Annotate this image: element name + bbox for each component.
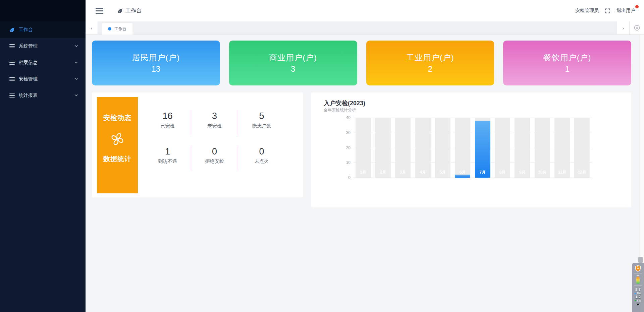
sidebar-item-label: 档案信息	[19, 60, 38, 66]
sidebar: 工作台 系统管理 档案信息 安检管理 统计报表	[0, 0, 86, 312]
chart-month-slot: 11月	[552, 118, 572, 178]
stat-value: 16	[144, 111, 191, 121]
chart-background-bar	[415, 118, 431, 178]
stat-label: 隐患户数	[238, 123, 285, 129]
chart-x-axis-label: 10月	[532, 170, 552, 175]
chart-background-bar	[574, 118, 590, 178]
chart-x-axis-label: 12月	[572, 170, 592, 175]
thermometer-cap	[637, 275, 639, 276]
stat-not-inspected: 3 未安检	[191, 110, 238, 135]
stat-value: 5	[238, 111, 285, 121]
chart-background-bar	[395, 118, 411, 178]
sidebar-logo-area	[0, 0, 86, 21]
page-title: 工作台	[125, 7, 142, 14]
menu-lines-icon	[9, 60, 15, 65]
active-tab-dot-icon	[108, 27, 111, 30]
stats-row: 1 到访不遇 0 拒绝安检 0 未点火	[144, 145, 285, 171]
fullscreen-icon[interactable]	[605, 8, 610, 14]
close-tabs-button[interactable]	[629, 21, 644, 34]
tab-label: 工作台	[114, 26, 126, 32]
chart-background-bar	[435, 118, 450, 178]
stat-label: 拒绝安检	[191, 159, 238, 165]
chart-background-bar	[375, 118, 391, 178]
sidebar-item-label: 统计报表	[19, 92, 38, 99]
summary-stats-grid: 16 已安检 3 未安检 5 隐患户数	[144, 110, 285, 181]
tabs-scroll-left-button[interactable]: ‹	[86, 21, 98, 34]
widget-divider	[634, 286, 642, 286]
chevron-down-icon	[74, 61, 78, 64]
chart-x-axis-label: 2月	[373, 170, 393, 175]
card-value: 2	[428, 64, 432, 74]
sidebar-item-inspection[interactable]: 安检管理	[0, 71, 86, 87]
chart-month-slot: 12月	[572, 118, 592, 178]
chart-value-bar	[475, 121, 490, 178]
tab-bar: ‹ 工作台 ›	[86, 21, 644, 35]
chart-month-slot: 2月	[373, 118, 393, 178]
shield-badge-icon[interactable]: 1	[635, 265, 641, 272]
card-title: 工业用户(户)	[406, 52, 454, 63]
chart-month-slot: 9月	[513, 118, 532, 178]
stat-label: 到访不遇	[144, 159, 191, 165]
chart-x-axis-label: 1月	[353, 170, 373, 175]
download-arrow-icon	[634, 300, 636, 302]
stat-inspected: 16 已安检	[144, 110, 191, 135]
sidebar-item-archives[interactable]: 档案信息	[0, 54, 86, 71]
card-value: 1	[565, 64, 569, 74]
card-title: 餐饮用户(户)	[543, 52, 591, 63]
sidebar-item-system[interactable]: 系统管理	[0, 38, 86, 54]
notification-dot	[635, 5, 639, 8]
main-content: 居民用户(户) 13 商业用户(户) 3 工业用户(户) 2 餐饮用户(户) 1…	[86, 35, 644, 312]
stat-not-ignited: 0 未点火	[238, 145, 285, 171]
widget-badge-count: 1	[635, 266, 641, 269]
chart-background-bar	[356, 118, 371, 178]
thermometer-gauge-icon[interactable]	[636, 276, 640, 284]
circle-close-icon	[634, 24, 640, 31]
summary-side-title: 安检动态	[103, 113, 131, 122]
hamburger-menu-icon[interactable]	[96, 8, 103, 14]
chart-x-axis-label: 8月	[492, 170, 512, 175]
chart-month-slot: 1月	[353, 118, 373, 178]
pinwheel-icon	[109, 131, 125, 147]
chart-month-slot: 4月	[413, 118, 433, 178]
card-value: 3	[291, 64, 295, 74]
chart-title: 入户安检(2023)	[324, 99, 365, 107]
summary-side-panel: 安检动态 数据统计	[97, 97, 138, 193]
app: 工作台 系统管理 档案信息 安检管理 统计报表	[0, 0, 644, 312]
widget-divider	[634, 273, 642, 273]
current-user[interactable]: 安检管理员	[575, 8, 599, 14]
chart-x-axis-label: 7月	[473, 170, 492, 175]
stat-visit-missed: 1 到访不遇	[144, 145, 191, 171]
summary-side-subtitle: 数据统计	[103, 154, 131, 164]
inspection-summary-card: 安检动态 数据统计 16	[92, 92, 303, 197]
tabs-scroll-right-button[interactable]: ›	[617, 21, 629, 34]
card-catering-users: 餐饮用户(户) 1	[503, 41, 631, 85]
chart-y-axis-label: 20	[337, 145, 351, 150]
stats-row: 16 已安检 3 未安检 5 隐患户数	[144, 110, 285, 135]
sidebar-item-reports[interactable]: 统计报表	[0, 87, 86, 104]
chart-month-slot: 8月	[492, 118, 512, 178]
stat-label: 未安检	[191, 123, 238, 129]
chevron-down-icon	[74, 93, 78, 97]
sidebar-item-workbench[interactable]: 工作台	[0, 21, 86, 38]
card-resident-users: 居民用户(户) 13	[92, 41, 220, 85]
stat-refused: 0 拒绝安检	[191, 145, 238, 171]
menu-lines-icon	[9, 44, 15, 49]
chart-background-bar	[515, 118, 530, 178]
chart-month-slot: 10月	[532, 118, 552, 178]
sidebar-menu: 工作台 系统管理 档案信息 安检管理 统计报表	[0, 21, 86, 104]
leaf-icon	[117, 8, 123, 13]
widget-drag-handle[interactable]	[638, 257, 643, 263]
header: 工作台 安检管理员 退出用户	[86, 0, 644, 21]
upload-speed-value: 5.7	[635, 288, 640, 292]
card-value: 13	[152, 64, 161, 74]
chart-x-axis-label: 4月	[413, 170, 433, 175]
logout-button[interactable]: 退出用户	[616, 8, 635, 14]
tabbar-spacer	[132, 21, 617, 34]
tab-workbench[interactable]: 工作台	[102, 23, 132, 35]
chart-month-slot: 6月	[453, 118, 473, 178]
chart-background-bar	[554, 118, 570, 178]
stat-value: 3	[191, 111, 238, 121]
menu-lines-icon	[9, 93, 15, 98]
network-speed-readout: 5.7 K/s 1.2 K/s	[634, 288, 641, 303]
collapse-caret-icon[interactable]	[636, 304, 640, 306]
